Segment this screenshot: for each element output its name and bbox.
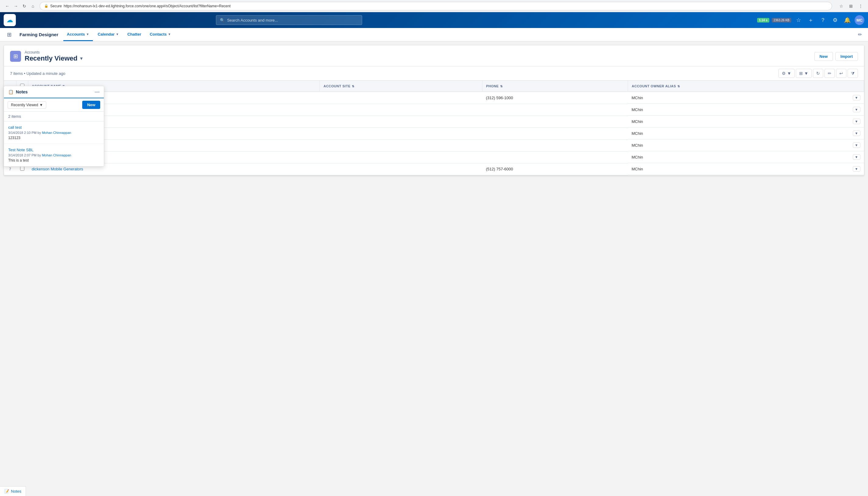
filter-button[interactable]: ⧩ — [848, 69, 858, 78]
nav-item-calendar[interactable]: Calendar ▼ — [94, 28, 123, 41]
owner-name: MChin — [632, 143, 643, 148]
table-view-button[interactable]: ⊞ ▼ — [796, 69, 812, 78]
row-action-button[interactable]: ▼ — [853, 107, 860, 112]
nav-calendar-label: Calendar — [98, 32, 115, 36]
account-name-link[interactable]: dickenson Mobile Generators — [32, 167, 83, 171]
table-row: 5 Burlington Textiles Corp of America MC… — [4, 139, 864, 151]
browser-menu-button[interactable]: ⋮ — [857, 2, 864, 10]
owner-name: MChin — [632, 95, 643, 100]
notes-count: 2 items — [4, 112, 104, 121]
notes-panel-header: 📋 Notes — — [4, 86, 104, 98]
extensions-button[interactable]: ⊞ — [847, 2, 855, 10]
phone-cell — [482, 151, 628, 163]
phone-cell — [482, 104, 628, 115]
add-button[interactable]: ＋ — [806, 15, 815, 25]
phone-cell — [482, 115, 628, 127]
accounts-table: Account Name ⇅ Account Site ⇅ Phone — [4, 81, 864, 175]
settings-chevron: ▼ — [787, 71, 791, 76]
global-search[interactable]: 🔍 Search Accounts and more... — [216, 15, 362, 25]
nav-item-chatter[interactable]: Chatter — [124, 28, 145, 41]
phone-header[interactable]: Phone ⇅ — [482, 81, 628, 92]
table-header: Account Name ⇅ Account Site ⇅ Phone — [4, 81, 864, 92]
note-meta: 3/14/2018 2:07 PM by Mohan Chinnappan — [8, 153, 100, 157]
notes-new-button[interactable]: New — [82, 101, 100, 109]
undo-button[interactable]: ↩ — [836, 69, 847, 78]
nav-edit-button[interactable]: ✏ — [855, 30, 864, 38]
setup-button[interactable]: ⚙ — [830, 15, 840, 25]
home-button[interactable]: ⌂ — [29, 2, 36, 10]
owner-name: MChin — [632, 131, 643, 136]
accounts-title-left: ⊞ Accounts Recently Viewed ▼ — [10, 50, 84, 62]
note-title-link[interactable]: Test Note SBL — [8, 148, 100, 152]
accounts-breadcrumb: Accounts — [25, 50, 84, 55]
owner-name: MChin — [632, 107, 643, 112]
refresh-button[interactable]: ↻ — [813, 69, 823, 78]
owner-alias-cell: MChin ▼ — [628, 127, 864, 139]
notifications-button[interactable]: 🔔 — [842, 15, 852, 25]
note-title-link[interactable]: call test — [8, 125, 100, 130]
table-row: 6 Pyramid Construction Inc. MChin ▼ — [4, 151, 864, 163]
import-button[interactable]: Import — [835, 52, 858, 61]
note-author-link[interactable]: Mohan Chinnappan — [42, 153, 71, 157]
owner-alias-cell: MChin ▼ — [628, 92, 864, 104]
row-action-button[interactable]: ▼ — [853, 154, 860, 160]
notes-filter-label: Recently Viewed — [11, 103, 38, 107]
account-site-cell — [320, 115, 482, 127]
account-site-header[interactable]: Account Site ⇅ — [320, 81, 482, 92]
phone-cell — [482, 139, 628, 151]
main-content: ⊞ Accounts Recently Viewed ▼ New Import — [4, 45, 864, 175]
row-checkbox[interactable] — [20, 167, 24, 171]
back-button[interactable]: ← — [4, 2, 11, 10]
inline-edit-button[interactable]: ✏ — [824, 69, 835, 78]
nav-contacts-label: Contacts — [150, 32, 167, 36]
notes-minimize-button[interactable]: — — [95, 89, 100, 95]
owner-sort-icon: ⇅ — [677, 84, 680, 88]
address-bar[interactable]: 🔒 Secure https://mohansun-lx1-dev-ed.lig… — [40, 2, 832, 10]
note-author-link[interactable]: Mohan Chinnappan — [42, 131, 71, 135]
new-account-button[interactable]: New — [814, 52, 833, 61]
row-action-button[interactable]: ▼ — [853, 166, 860, 172]
note-meta: 3/14/2018 2:10 PM by Mohan Chinnappan — [8, 131, 100, 135]
row-action-button[interactable]: ▼ — [853, 119, 860, 124]
settings-button[interactable]: ⚙ ▼ — [778, 69, 795, 78]
browser-actions: ☆ ⊞ ⋮ — [838, 2, 864, 10]
note-preview: This is a test — [8, 158, 100, 162]
phone-cell: (512) 757-6000 — [482, 163, 628, 175]
calendar-chevron-icon: ▼ — [116, 33, 119, 36]
app-launcher-button[interactable]: ⊞ — [4, 28, 15, 41]
row-action-button[interactable]: ▼ — [853, 130, 860, 136]
note-preview: 123123 — [8, 136, 100, 140]
user-avatar[interactable]: MC — [855, 15, 864, 25]
table-row: 7 dickenson Mobile Generators (512) 757-… — [4, 163, 864, 175]
owner-alias-header[interactable]: Account Owner Alias ⇅ — [628, 81, 864, 92]
phone-cell — [482, 127, 628, 139]
nav-bar: ⊞ Farming Designer Accounts ▼ Calendar ▼… — [0, 28, 868, 41]
account-site-cell — [320, 127, 482, 139]
star-button[interactable]: ☆ — [838, 2, 845, 10]
help-button[interactable]: ？ — [818, 15, 828, 25]
owner-name: MChin — [632, 119, 643, 124]
reload-button[interactable]: ↻ — [21, 2, 28, 10]
view-dropdown-button[interactable]: ▼ — [79, 56, 84, 61]
sf-header: ☁ 🔍 Search Accounts and more... 1.14 s 2… — [0, 12, 868, 28]
nav-accounts-label: Accounts — [67, 32, 85, 36]
nav-item-accounts[interactable]: Accounts ▼ — [63, 28, 93, 41]
notes-title: 📋 Notes — [8, 90, 28, 94]
table-view-chevron: ▼ — [804, 71, 808, 76]
row-action-button[interactable]: ▼ — [853, 142, 860, 148]
app-name[interactable]: Farming Designer — [16, 28, 62, 41]
table-body: 1 Grand Hotels & Resorts Ltd (312) 596-1… — [4, 92, 864, 175]
items-count-info: 7 items • Updated a minute ago — [10, 71, 65, 76]
row-action-button[interactable]: ▼ — [853, 95, 860, 100]
nav-item-contacts[interactable]: Contacts ▼ — [146, 28, 175, 41]
note-list-item[interactable]: Test Note SBL 3/14/2018 2:07 PM by Mohan… — [4, 144, 104, 167]
sf-logo[interactable]: ☁ — [4, 14, 16, 26]
account-site-cell — [320, 139, 482, 151]
favorites-button[interactable]: ☆ — [794, 15, 804, 25]
forward-button[interactable]: → — [12, 2, 19, 10]
lock-icon: 🔒 — [44, 4, 48, 8]
account-site-cell — [320, 92, 482, 104]
notes-filter-button[interactable]: Recently Viewed ▼ — [8, 101, 46, 109]
note-list-item[interactable]: call test 3/14/2018 2:10 PM by Mohan Chi… — [4, 121, 104, 144]
page-title: Recently Viewed ▼ — [25, 55, 84, 62]
